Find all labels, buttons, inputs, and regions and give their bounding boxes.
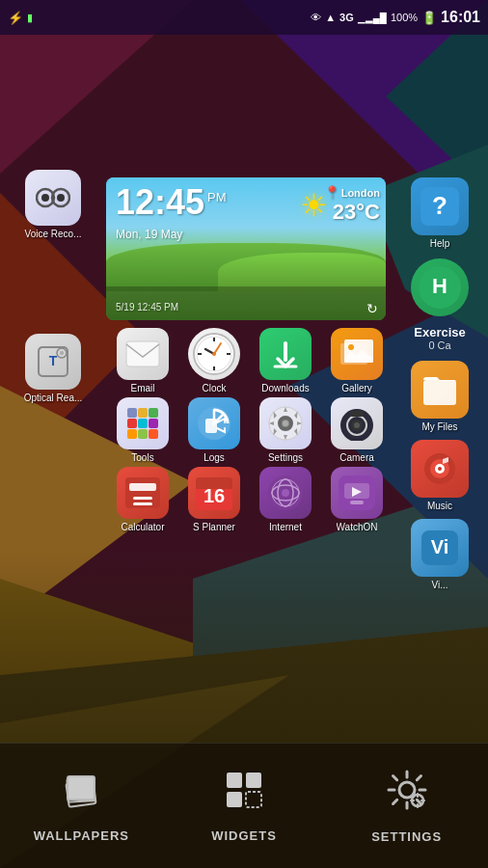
app-tools[interactable]: Tools (110, 397, 176, 463)
weather-date: Mon, 19 May (116, 228, 182, 241)
camera-label: Camera (339, 452, 374, 463)
svg-rect-92 (246, 792, 261, 807)
optical-reader-icon: T (25, 334, 81, 390)
svg-rect-21 (126, 341, 159, 366)
app-help[interactable]: ? Help (396, 177, 483, 249)
app-settings[interactable]: Settings (253, 397, 318, 463)
settings-bottom-label: SETTINGS (371, 829, 442, 844)
svg-point-16 (57, 194, 65, 202)
svg-text:16: 16 (203, 485, 225, 506)
voice-recorder-label: Voice Reco... (25, 229, 82, 239)
app-downloads[interactable]: Downloads (253, 328, 318, 393)
svg-rect-79 (423, 380, 456, 405)
app-clock[interactable]: Clock (181, 328, 247, 393)
vi-icon: Vi (411, 519, 469, 577)
calculator-icon (117, 467, 169, 519)
svg-point-30 (212, 352, 216, 356)
optical-reader-label: Optical Rea... (24, 393, 83, 403)
network-label: 3G (339, 12, 354, 23)
right-column: ? Help H Exercise 0 Ca (392, 177, 488, 594)
svg-rect-88 (68, 776, 95, 800)
calculator-label: Calculator (121, 522, 164, 532)
svg-point-52 (283, 420, 288, 426)
app-calculator[interactable]: Calculator (110, 467, 176, 532)
app-optical-reader[interactable]: T Optical Rea... (10, 334, 96, 403)
svg-rect-59 (129, 483, 156, 491)
svg-rect-91 (227, 792, 242, 807)
svg-point-70 (282, 489, 289, 497)
app-camera[interactable]: Camera (324, 397, 390, 463)
wallpapers-icon (60, 769, 102, 819)
app-watchon[interactable]: WatchON (324, 467, 390, 532)
svg-text:Vi: Vi (431, 536, 449, 557)
music-label: Music (427, 501, 452, 511)
svg-rect-90 (246, 773, 261, 788)
app-music[interactable]: Music (396, 440, 483, 511)
gallery-icon (331, 328, 383, 380)
svg-rect-44 (127, 429, 137, 439)
help-icon: ? (411, 177, 469, 235)
center-content: 12:45PM Mon, 19 May ☀ 📍 London 23°C 5/19… (106, 177, 391, 536)
widgets-button[interactable]: WIDGETS (176, 769, 312, 843)
svg-rect-74 (350, 501, 364, 504)
app-email[interactable]: Email (110, 328, 176, 393)
svg-line-98 (393, 776, 396, 780)
voice-recorder-icon (25, 170, 81, 226)
app-internet[interactable]: Internet (253, 467, 318, 532)
battery-icon: 🔋 (421, 11, 437, 25)
settings-label: Settings (268, 452, 303, 463)
weather-time: 12:45PM (116, 185, 227, 220)
left-column: Voice Reco... T Optical Rea... (0, 170, 106, 413)
app-vi[interactable]: Vi Vi... (396, 519, 483, 590)
logs-icon (188, 397, 240, 449)
svg-point-56 (354, 422, 360, 428)
app-exercise[interactable]: H (396, 258, 483, 319)
watchon-icon (331, 467, 383, 519)
help-label: Help (430, 238, 450, 249)
myfiles-label: My Files (421, 421, 457, 432)
downloads-label: Downloads (261, 383, 309, 393)
settings-bottom-icon (385, 768, 429, 820)
svg-rect-42 (138, 419, 148, 428)
settings-bottom-button[interactable]: SETTINGS (339, 768, 474, 844)
battery-small-icon: ▮ (27, 12, 33, 24)
tools-icon (117, 397, 169, 449)
svg-line-99 (417, 800, 420, 803)
app-splanner[interactable]: 16 S Planner (181, 467, 247, 532)
clock-label: Clock (202, 383, 226, 393)
svg-rect-41 (127, 419, 137, 428)
tools-label: Tools (131, 452, 153, 463)
myfiles-icon (411, 361, 469, 419)
svg-rect-48 (205, 419, 217, 433)
svg-rect-38 (127, 408, 137, 418)
svg-rect-40 (149, 408, 158, 418)
app-logs[interactable]: Logs (181, 397, 247, 463)
wallpapers-button[interactable]: WALLPAPERS (14, 769, 149, 843)
music-icon (411, 440, 469, 498)
wifi-icon: ▲ (325, 12, 336, 23)
internet-icon (259, 467, 312, 519)
gallery-label: Gallery (341, 383, 372, 393)
svg-rect-61 (133, 502, 152, 505)
app-myfiles[interactable]: My Files (396, 361, 483, 432)
svg-point-36 (348, 344, 354, 350)
svg-rect-89 (227, 773, 242, 788)
svg-rect-43 (149, 419, 158, 428)
exercise-value: 0 Ca (414, 339, 466, 351)
app-gallery[interactable]: Gallery (324, 328, 390, 393)
widgets-icon (223, 769, 265, 819)
usb-icon: ⚡ (8, 11, 23, 25)
status-left-icons: ⚡ ▮ (8, 11, 33, 25)
battery-label: 100% (391, 12, 418, 23)
clock-icon (188, 328, 240, 380)
logs-label: Logs (203, 452, 225, 463)
svg-rect-39 (138, 408, 148, 418)
app-voice-recorder[interactable]: Voice Reco... (10, 170, 96, 239)
weather-bottom: 5/19 12:45 PM (116, 302, 178, 312)
internet-label: Internet (269, 522, 302, 532)
splanner-icon: 16 (188, 467, 240, 519)
svg-line-100 (417, 776, 420, 780)
email-icon (117, 328, 169, 380)
weather-widget[interactable]: 12:45PM Mon, 19 May ☀ 📍 London 23°C 5/19… (106, 177, 386, 320)
status-bar: ⚡ ▮ 👁 ▲ 3G ▁▂▄█ 100% 🔋 16:01 (0, 0, 488, 35)
